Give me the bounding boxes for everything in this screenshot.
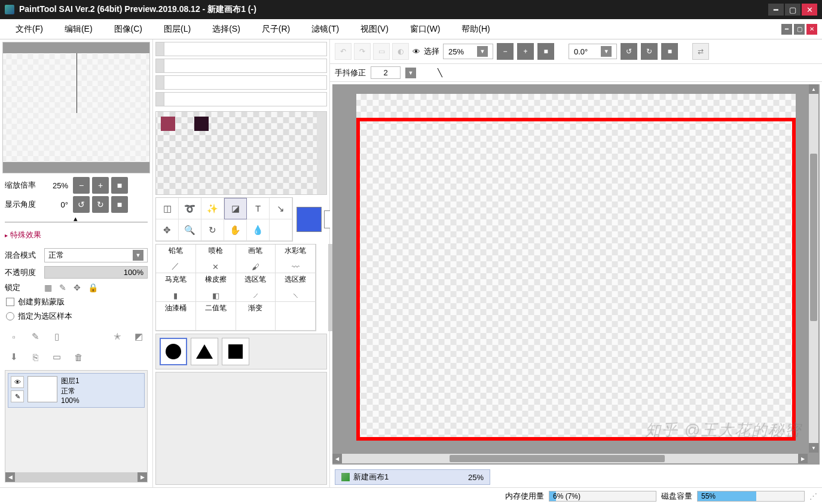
canvas-horizontal-scrollbar[interactable]: ◀ ▶ (332, 454, 808, 463)
canvas-rotate-cw-button[interactable]: ↻ (641, 43, 658, 60)
subwindow-minimize-button[interactable]: ━ (781, 24, 792, 35)
layer-scroll-right-icon[interactable]: ▶ (137, 472, 147, 482)
menu-help[interactable]: 帮助(H) (451, 22, 500, 37)
navigator-panel[interactable] (2, 42, 150, 173)
color-swatch[interactable] (194, 117, 209, 131)
layer-scroll-left-icon[interactable]: ◀ (5, 472, 15, 482)
flip-horizontal-button[interactable]: ⇄ (692, 43, 709, 60)
subwindow-maximize-button[interactable]: ▢ (794, 24, 805, 35)
menu-file[interactable]: 文件(F) (5, 22, 54, 37)
layer-transform-icon[interactable]: ◩ (131, 329, 146, 344)
marquee-tool-icon[interactable]: ◫ (156, 198, 179, 219)
menu-layer[interactable]: 图层(L) (153, 22, 201, 37)
rotate-reset-button[interactable]: ■ (111, 196, 128, 213)
lock-all-icon[interactable]: 🔒 (88, 283, 98, 292)
scroll-up-icon[interactable]: ▲ (809, 84, 818, 94)
new-folder-icon[interactable]: ▯ (49, 329, 65, 344)
wand-tool-icon[interactable]: ✨ (201, 198, 224, 219)
history-row[interactable] (155, 59, 327, 73)
brush-airbrush[interactable]: 喷枪✕ (196, 245, 236, 273)
brush-binary[interactable]: 二值笔 (196, 302, 236, 331)
scroll-left-icon[interactable]: ◀ (332, 454, 342, 463)
invert-button[interactable]: ◐ (392, 43, 409, 60)
swatch-scrollbar[interactable] (317, 112, 326, 194)
brush-marker[interactable]: 马克笔▮ (156, 273, 196, 302)
canvas-viewport[interactable]: 知乎 @王大花的秘密 ▲ ▼ ◀ ▶ (332, 84, 820, 465)
window-maximize-button[interactable]: ▢ (785, 4, 800, 16)
brush-eraser[interactable]: 橡皮擦◧ (196, 273, 236, 302)
brush-select-pen[interactable]: 选区笔⟋ (236, 273, 276, 302)
canvas-zoom-fit-button[interactable]: ■ (537, 43, 554, 60)
redo-button[interactable]: ↷ (354, 43, 371, 60)
effects-section-header[interactable]: 特殊效果 (2, 226, 150, 244)
layer-mask-icon[interactable]: ✭ (109, 329, 125, 344)
selection-source-radio[interactable] (6, 312, 14, 320)
layer-visibility-icon[interactable]: 👁 (11, 376, 24, 388)
eyedropper-tool-icon[interactable]: 💧 (247, 219, 270, 241)
scroll-right-icon[interactable]: ▶ (798, 454, 808, 463)
color-swatch-panel[interactable] (155, 111, 327, 195)
color-swatch[interactable] (161, 117, 175, 131)
menu-select[interactable]: 选择(S) (201, 22, 251, 37)
hand-tool-icon[interactable]: ✋ (224, 219, 247, 241)
scroll-down-icon[interactable]: ▼ (809, 443, 818, 453)
rotate-ccw-button[interactable]: ↺ (73, 196, 90, 213)
delete-layer-icon[interactable]: 🗑 (71, 350, 86, 364)
zoom-tool-icon[interactable]: 🔍 (179, 219, 201, 241)
subwindow-close-button[interactable]: ✕ (806, 24, 817, 35)
shape-tool-icon[interactable]: ◪ (224, 198, 247, 219)
zoom-out-button[interactable]: − (73, 177, 90, 194)
duplicate-layer-icon[interactable]: ⎘ (27, 350, 43, 364)
layer-list[interactable]: 👁 ✎ 图层1 正常 100% ◀ ▶ (5, 370, 148, 482)
opacity-slider[interactable]: 100% (44, 266, 148, 279)
window-close-button[interactable]: ✕ (802, 4, 817, 16)
undo-button[interactable]: ↶ (335, 43, 352, 60)
history-row[interactable] (155, 42, 327, 56)
clear-layer-icon[interactable]: ▭ (49, 350, 65, 364)
new-linework-layer-icon[interactable]: ✎ (27, 329, 43, 344)
canvas-rotation-dropdown[interactable]: 0.0° ▼ (569, 44, 617, 59)
shape-triangle[interactable] (191, 338, 218, 365)
rotate-tool-icon[interactable]: ↻ (201, 219, 224, 241)
line-tool-icon[interactable]: ↘ (270, 198, 292, 219)
canvas-vertical-scrollbar[interactable]: ▲ ▼ (809, 84, 818, 453)
chevron-down-icon[interactable]: ▼ (405, 68, 416, 78)
brush-gradient[interactable]: 渐变 (236, 302, 276, 331)
brush-select-eraser[interactable]: 选区擦⟍ (276, 273, 316, 302)
text-tool-icon[interactable]: T (247, 198, 270, 219)
menu-filter[interactable]: 滤镜(T) (301, 22, 350, 37)
move-tool-icon[interactable]: ✥ (156, 219, 179, 241)
clipping-mask-checkbox[interactable] (6, 298, 14, 306)
canvas-rotate-ccw-button[interactable]: ↺ (621, 43, 637, 60)
brush-bucket[interactable]: 油漆桶 (156, 302, 196, 331)
rotate-cw-button[interactable]: ↻ (92, 196, 109, 213)
document-tab[interactable]: 新建画布1 25% (335, 469, 490, 485)
shape-circle[interactable] (160, 338, 187, 365)
resize-grip-icon[interactable]: ⋰ (809, 491, 817, 500)
menu-ruler[interactable]: 尺子(R) (251, 22, 301, 37)
brush-watercolor[interactable]: 水彩笔〰 (276, 245, 316, 273)
zoom-reset-button[interactable]: ■ (111, 177, 128, 194)
blend-mode-dropdown[interactable]: 正常 ▼ (44, 248, 148, 262)
menu-edit[interactable]: 编辑(E) (54, 22, 103, 37)
lock-paint-icon[interactable]: ✎ (59, 283, 66, 292)
brush-brush[interactable]: 画笔🖌 (236, 245, 276, 273)
angle-slider[interactable]: ▴ (5, 215, 148, 222)
merge-down-icon[interactable]: ⬇ (6, 350, 22, 364)
new-layer-icon[interactable]: ▫ (6, 329, 22, 344)
history-row[interactable] (155, 92, 327, 106)
history-row[interactable] (155, 75, 327, 90)
layer-edit-icon[interactable]: ✎ (11, 390, 24, 402)
menu-image[interactable]: 图像(C) (103, 22, 153, 37)
foreground-color[interactable] (297, 207, 322, 232)
menu-view[interactable]: 视图(V) (350, 22, 399, 37)
canvas-zoom-out-button[interactable]: − (497, 43, 514, 60)
canvas-zoom-dropdown[interactable]: 25% ▼ (443, 44, 493, 59)
brush-pencil[interactable]: 铅笔／ (156, 245, 196, 273)
deselect-button[interactable]: ▭ (373, 43, 390, 60)
menu-window[interactable]: 窗口(W) (399, 22, 451, 37)
stabilizer-value-input[interactable]: 2 (371, 66, 401, 79)
layer-item[interactable]: 👁 ✎ 图层1 正常 100% (8, 373, 145, 408)
canvas-zoom-in-button[interactable]: + (517, 43, 534, 60)
lock-transparency-icon[interactable]: ▦ (44, 283, 52, 292)
